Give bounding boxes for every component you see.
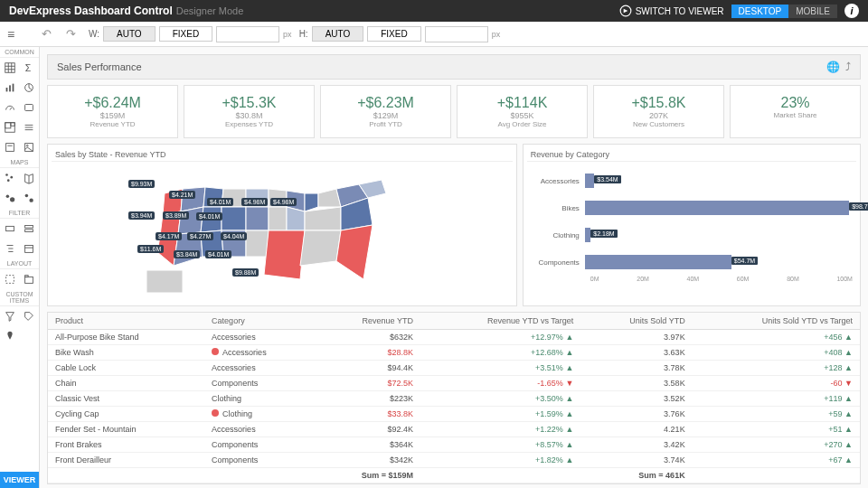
svg-point-30: [30, 198, 33, 202]
tree-filter-icon[interactable]: [0, 239, 20, 258]
dashboard-header: Sales Performance 🌐 ⤴: [47, 54, 861, 80]
pin-icon[interactable]: [0, 326, 20, 346]
svg-rect-14: [5, 123, 11, 128]
svg-point-28: [10, 197, 14, 202]
choropleth-icon[interactable]: [20, 168, 40, 188]
menu-icon[interactable]: ≡: [7, 27, 22, 42]
height-auto-button[interactable]: AUTO: [312, 26, 364, 42]
group-icon[interactable]: [0, 269, 20, 289]
width-label: W:: [89, 29, 99, 39]
kpi-card[interactable]: +$114K$955KAvg Order Size: [457, 85, 588, 138]
pie-chart-icon[interactable]: [20, 78, 40, 98]
export-icon[interactable]: ⤴: [845, 61, 851, 73]
switch-icon: [619, 5, 632, 17]
svg-rect-13: [5, 123, 15, 133]
table-row[interactable]: All-Purpose Bike StandAccessories$632K+1…: [48, 330, 860, 345]
svg-point-27: [5, 195, 9, 199]
svg-point-25: [7, 179, 10, 182]
sum-icon[interactable]: Σ: [20, 58, 40, 78]
svg-point-24: [10, 176, 13, 179]
table-row[interactable]: Cable LockAccessories$94.4K+3.51% ▲3.78K…: [48, 361, 860, 376]
table-row[interactable]: Cycling CapClothing$33.8K+1.59% ▲3.76K+5…: [48, 407, 860, 422]
svg-rect-19: [5, 144, 14, 152]
svg-text:Σ: Σ: [25, 62, 32, 73]
height-input[interactable]: [425, 26, 488, 42]
product-grid[interactable]: ProductCategoryRevenue YTDRevenue YTD vs…: [47, 312, 861, 484]
switch-to-viewer-button[interactable]: SWITCH TO VIEWER: [619, 5, 724, 17]
width-auto-button[interactable]: AUTO: [103, 26, 156, 42]
svg-rect-15: [11, 123, 14, 127]
date-filter-icon[interactable]: [20, 239, 40, 258]
dashboard-canvas: Sales Performance 🌐 ⤴ +$6.24M$159MRevenu…: [40, 47, 868, 488]
height-label: H:: [299, 29, 308, 39]
width-input[interactable]: [216, 26, 279, 42]
scatter-map-icon[interactable]: [0, 168, 20, 188]
table-row[interactable]: Bike WashAccessories$28.8K+12.68% ▲3.63K…: [48, 345, 860, 361]
svg-point-29: [25, 194, 29, 198]
table-row[interactable]: Fender Set - MountainAccessories$92.4K+1…: [48, 422, 860, 437]
svg-point-23: [5, 174, 8, 176]
globe-icon[interactable]: 🌐: [826, 61, 840, 73]
svg-rect-32: [25, 226, 33, 229]
svg-point-22: [27, 145, 29, 146]
svg-rect-39: [5, 276, 14, 284]
toolbar: ≡ ↶ ↷ W: AUTO FIXED px H: AUTO FIXED px: [0, 22, 868, 47]
svg-rect-8: [9, 85, 11, 91]
funnel-icon[interactable]: [0, 306, 20, 326]
map-panel[interactable]: Sales by State - Revenue YTD: [47, 144, 517, 306]
svg-rect-40: [25, 277, 33, 283]
text-icon[interactable]: [0, 137, 20, 157]
range-filter-icon[interactable]: [0, 219, 20, 239]
width-fixed-button[interactable]: FIXED: [159, 26, 212, 42]
viewer-badge[interactable]: VIEWER: [0, 472, 39, 488]
table-row[interactable]: Front DerailleurComponents$342K+1.82% ▲3…: [48, 453, 860, 468]
tab-container-icon[interactable]: [20, 269, 40, 289]
gauge-icon[interactable]: [0, 98, 20, 117]
app-header: DevExpress Dashboard Control Designer Mo…: [0, 0, 868, 22]
svg-rect-37: [25, 246, 33, 253]
svg-rect-31: [5, 226, 14, 230]
svg-rect-33: [25, 230, 33, 232]
dashboard-title: Sales Performance: [57, 61, 142, 72]
combo-filter-icon[interactable]: [20, 219, 40, 239]
kpi-row: +$6.24M$159MRevenue YTD+$15.3K$30.8MExpe…: [47, 85, 861, 138]
height-fixed-button[interactable]: FIXED: [367, 26, 420, 42]
bubble-map-icon[interactable]: [0, 188, 20, 208]
kpi-card[interactable]: +$6.23M$129MProfit YTD: [320, 85, 451, 138]
table-row[interactable]: Classic VestClothing$223K+3.50% ▲3.52K+1…: [48, 391, 860, 407]
treemap-icon[interactable]: [0, 117, 20, 137]
bar-chart-icon[interactable]: [0, 78, 20, 98]
image-icon[interactable]: [20, 137, 40, 157]
table-row[interactable]: ChainComponents$72.5K-1.65% ▼3.58K-60 ▼: [48, 376, 860, 391]
svg-rect-9: [12, 84, 14, 92]
app-title: DevExpress Dashboard Control: [9, 5, 173, 17]
kpi-card[interactable]: 23%Market Share: [730, 85, 861, 138]
tag-icon[interactable]: [20, 306, 40, 326]
grid-icon[interactable]: [0, 58, 20, 78]
kpi-card[interactable]: +$6.24M$159MRevenue YTD: [47, 85, 178, 138]
svg-rect-7: [5, 88, 7, 91]
sidebar: COMMON Σ MAPS FILTER LAYOUT CUSTOM ITEMS…: [0, 47, 40, 488]
svg-rect-12: [25, 105, 33, 111]
card-icon[interactable]: [20, 98, 40, 117]
table-row[interactable]: Front BrakesComponents$364K+8.57% ▲3.42K…: [48, 437, 860, 453]
undo-button[interactable]: ↶: [36, 25, 57, 42]
svg-line-11: [10, 108, 12, 110]
pie-map-icon[interactable]: [20, 188, 40, 208]
app-mode: Designer Mode: [176, 5, 244, 16]
kpi-card[interactable]: +$15.8K207KNew Customers: [593, 85, 724, 138]
kpi-card[interactable]: +$15.3K$30.8MExpenses YTD: [184, 85, 315, 138]
redo-button[interactable]: ↷: [61, 25, 81, 42]
info-icon[interactable]: i: [844, 4, 859, 18]
svg-rect-41: [25, 276, 29, 277]
desktop-mode-button[interactable]: DESKTOP: [731, 5, 789, 18]
bar-chart-panel[interactable]: Revenue by Category Accessories$3.54MBik…: [523, 144, 861, 306]
list-icon[interactable]: [20, 117, 40, 137]
mobile-mode-button[interactable]: MOBILE: [788, 5, 837, 18]
svg-rect-1: [5, 63, 15, 73]
